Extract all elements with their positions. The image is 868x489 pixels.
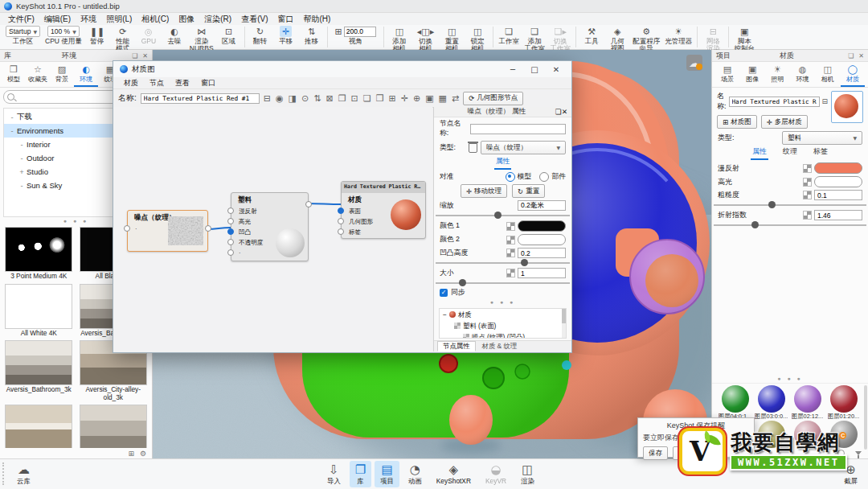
- node-prop-input-凹凸高度[interactable]: [518, 248, 566, 258]
- project-tab-环境[interactable]: ◍环境: [791, 64, 815, 87]
- add-studio-button[interactable]: ❏添加 工作室: [524, 26, 545, 53]
- delete-node-icon[interactable]: [469, 143, 477, 153]
- texture-map-icon[interactable]: [803, 211, 812, 220]
- material-preview[interactable]: [831, 91, 863, 123]
- lock-icon[interactable]: ⊠: [326, 93, 333, 104]
- graph-menu-0[interactable]: 材质: [118, 78, 144, 88]
- plastic-node[interactable]: 塑料 漫反射高光凹凸不透明度·: [231, 192, 309, 261]
- menu-item-3[interactable]: 照明(L): [101, 13, 137, 26]
- preview-icon[interactable]: ◉: [276, 93, 284, 104]
- menu-item-1[interactable]: 编辑(E): [39, 13, 76, 26]
- cpu-usage-select[interactable]: 100 %▼CPU 使用量: [45, 26, 82, 45]
- material-item[interactable]: 图层03:0:0...: [753, 385, 789, 421]
- port-dot[interactable]: [227, 208, 234, 214]
- port-dot[interactable]: [227, 228, 234, 235]
- reset-camera-button[interactable]: ◫重置 相机: [441, 26, 462, 53]
- material-prop-input-粗糙度[interactable]: [814, 190, 862, 200]
- save-button[interactable]: 保存: [643, 446, 668, 460]
- environment-item[interactable]: 3 Point Medium 4K: [3, 227, 75, 282]
- material-item[interactable]: 图层01:20...: [825, 385, 862, 421]
- graph-menu-2[interactable]: 查看: [170, 78, 195, 88]
- reset-button[interactable]: ↻重置: [512, 184, 545, 198]
- ribbon-project-icon[interactable]: ▤项目: [375, 461, 399, 487]
- color-swatch[interactable]: [518, 234, 566, 245]
- port-dot[interactable]: [338, 218, 344, 224]
- fit-view-icon[interactable]: ▣: [425, 93, 433, 104]
- red-knob[interactable]: [440, 355, 457, 372]
- menu-item-6[interactable]: 渲染(R): [199, 13, 236, 26]
- green-knob-small[interactable]: [515, 364, 530, 379]
- paste-icon[interactable]: ⊞: [389, 93, 396, 104]
- project-tab-场景[interactable]: ▤场景: [715, 64, 739, 87]
- tree-item-材质[interactable]: −材质: [440, 309, 566, 320]
- move-icon[interactable]: ✛: [401, 93, 408, 104]
- environment-item[interactable]: Aversis_Clothing-store_3k: [3, 405, 75, 448]
- node-prop-input-缩放[interactable]: [518, 200, 566, 211]
- move-texture-button[interactable]: ✛移动纹理: [461, 184, 507, 198]
- slider-折射指数[interactable]: [714, 224, 866, 226]
- color-swatch[interactable]: [814, 176, 862, 187]
- menu-item-0[interactable]: 文件(F): [3, 13, 39, 26]
- texture-map-icon[interactable]: [506, 269, 515, 277]
- bottom-tab-节点属性[interactable]: 节点属性: [437, 341, 476, 351]
- texture-map-icon[interactable]: [506, 249, 515, 257]
- project-tab-图像[interactable]: ▣图像: [740, 64, 764, 87]
- sub-tab-标签[interactable]: 标签: [812, 146, 829, 160]
- ribbon-render-icon[interactable]: ◫渲染: [515, 461, 540, 487]
- noise-texture-node[interactable]: 噪点（纹理） ·: [127, 210, 208, 252]
- environment-item[interactable]: Aversis_Industrial-kitchen_3k: [78, 405, 149, 448]
- texture-map-icon[interactable]: [803, 164, 812, 173]
- library-tab-背景[interactable]: ▨背景: [50, 64, 74, 87]
- node-graph-canvas[interactable]: 噪点（纹理） · 塑料 漫反射高光凹凸不透明度· Hard Textured P…: [113, 107, 432, 351]
- splitter-handle[interactable]: ● ● ●: [712, 375, 868, 383]
- ribbon-library-icon[interactable]: ❐库: [350, 461, 371, 487]
- switch-camera-button[interactable]: ◂◫▸切换 相机: [415, 26, 436, 53]
- filter-icon[interactable]: [855, 451, 862, 455]
- green-knob-large[interactable]: [483, 368, 504, 388]
- grid-icon[interactable]: ▦: [439, 93, 447, 104]
- tree-item-噪点 (纹理) (凹凸)[interactable]: 噪点 (纹理) (凹凸): [440, 331, 566, 339]
- tab-properties[interactable]: 属性: [494, 157, 512, 170]
- color-swatch[interactable]: [814, 162, 862, 174]
- node-type-select[interactable]: 噪点（纹理）▼: [481, 141, 566, 154]
- cloud-sync-icon[interactable]: ☁: [686, 55, 702, 71]
- ribbon-keyshotxr-icon[interactable]: ◈KeyShotXR: [431, 461, 477, 487]
- menu-item-4[interactable]: 相机(C): [137, 13, 174, 26]
- minimize-icon[interactable]: ─: [504, 65, 522, 74]
- port-dot[interactable]: [124, 225, 130, 232]
- slider-凹凸高度[interactable]: [436, 262, 570, 264]
- settings-gear-icon[interactable]: ⚙: [140, 450, 146, 458]
- denoise-button[interactable]: ◐去噪: [164, 26, 185, 45]
- project-tab-照明[interactable]: ☀照明: [765, 64, 789, 87]
- save-icon[interactable]: ⊟: [264, 93, 271, 104]
- close-icon[interactable]: ✕: [858, 52, 864, 60]
- geometry-node-button[interactable]: ⟳ 几何图形节点: [463, 92, 523, 105]
- pan-button[interactable]: ✛平移: [276, 26, 297, 45]
- undock-icon[interactable]: ❏: [555, 108, 562, 116]
- pause-button[interactable]: ❚❚暂停: [87, 26, 108, 45]
- fov-field[interactable]: ⊞视角: [333, 26, 379, 45]
- drag-handle[interactable]: [2, 462, 6, 485]
- node-prop-input-大小[interactable]: [518, 268, 566, 278]
- tree-item-塑料 (表面)[interactable]: 塑料 (表面): [440, 320, 566, 331]
- material-graph-titlebar[interactable]: 材质图 ─ □ ✕: [113, 61, 571, 77]
- texture-map-icon[interactable]: [506, 222, 515, 231]
- scrollbar[interactable]: [562, 309, 566, 338]
- align-option-模型[interactable]: 模型: [506, 172, 532, 182]
- split-view-icon[interactable]: ◨: [289, 93, 297, 104]
- sub-tab-属性[interactable]: 属性: [751, 146, 768, 160]
- material-item[interactable]: 图层04:0:1...: [717, 385, 753, 421]
- lock-camera-button[interactable]: ◫锁定 相机: [467, 26, 488, 53]
- performance-mode-button[interactable]: ⟳性能 模式: [113, 26, 133, 53]
- undock-icon[interactable]: ❏: [132, 52, 137, 60]
- ribbon-animation-icon[interactable]: ◔动画: [403, 461, 428, 487]
- splitter-handle[interactable]: ● ● ●: [434, 298, 571, 306]
- menu-item-7[interactable]: 查看(V): [236, 13, 272, 26]
- route-icon[interactable]: ⇄: [452, 93, 459, 104]
- close-icon[interactable]: ✕: [142, 52, 148, 60]
- multi-material-button[interactable]: ✛多层材质: [761, 115, 808, 129]
- copy-icon[interactable]: ❐: [338, 93, 346, 104]
- menu-item-8[interactable]: 窗口: [272, 13, 298, 26]
- material-item[interactable]: 图层02:12...: [789, 385, 825, 421]
- sync-checkbox[interactable]: ✓: [440, 289, 448, 297]
